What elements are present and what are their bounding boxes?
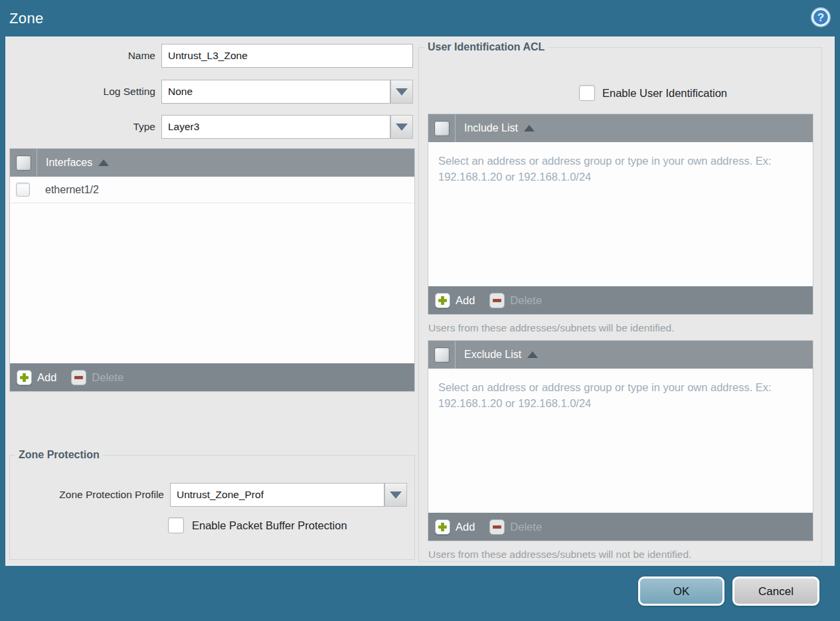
sort-asc-icon: [527, 351, 538, 358]
interfaces-table: Interfaces ethernet1/2 Add: [9, 148, 415, 392]
chevron-down-icon: [396, 124, 408, 131]
plus-icon: [17, 370, 32, 385]
header-checkbox-cell: [10, 149, 37, 177]
svg-text:?: ?: [817, 11, 824, 24]
minus-icon: [71, 370, 86, 385]
exclude-add-button[interactable]: Add: [435, 519, 475, 535]
zone-dialog: Zone ? Name Log Setting None: [0, 0, 840, 621]
delete-button[interactable]: Delete: [71, 370, 124, 385]
enable-user-identification-label: Enable User Identification: [602, 87, 727, 100]
enable-user-identification-row: Enable User Identification: [579, 85, 727, 101]
dialog-titlebar: Zone ?: [0, 0, 840, 37]
interfaces-table-toolbar: Add Delete: [10, 363, 414, 391]
exclude-list-toolbar: Add Delete: [428, 513, 813, 541]
select-all-checkbox[interactable]: [16, 155, 31, 171]
sort-asc-icon: [524, 125, 535, 132]
exclude-list-table: Exclude List Select an address or addres…: [428, 340, 813, 541]
user-identification-section: User Identification ACL Enable User Iden…: [418, 41, 822, 562]
add-button-label: Add: [456, 294, 475, 307]
zone-protection-legend: Zone Protection: [15, 449, 103, 461]
chevron-down-icon: [390, 491, 402, 499]
zone-protection-profile-value[interactable]: Untrust_Zone_Prof: [170, 483, 384, 507]
zone-protection-profile-label: Zone Protection Profile: [10, 489, 164, 501]
include-list-body: Select an address or address group or ty…: [428, 142, 813, 286]
add-button-label: Add: [456, 521, 475, 533]
name-row: Name: [5, 44, 418, 68]
interfaces-column-header[interactable]: Interfaces: [46, 157, 92, 169]
exclude-list-column-header[interactable]: Exclude List: [464, 349, 521, 361]
header-checkbox-cell: [428, 341, 456, 369]
include-list-column-header[interactable]: Include List: [464, 122, 518, 134]
packet-buffer-row: Enable Packet Buffer Protection: [168, 517, 347, 533]
interfaces-table-body: ethernet1/2: [10, 177, 414, 363]
add-button[interactable]: Add: [17, 370, 56, 385]
exclude-list-body: Select an address or address group or ty…: [428, 369, 813, 513]
include-list-table: Include List Select an address or addres…: [428, 114, 813, 315]
cancel-button[interactable]: Cancel: [732, 577, 819, 606]
include-list-header[interactable]: Include List: [428, 114, 813, 142]
type-select[interactable]: Layer3: [161, 115, 413, 139]
log-setting-label: Log Setting: [5, 86, 155, 98]
log-setting-select[interactable]: None: [161, 80, 413, 104]
include-list-placeholder: Select an address or address group or ty…: [428, 142, 813, 185]
name-input[interactable]: [161, 44, 413, 68]
dialog-title: Zone: [9, 10, 44, 27]
table-row[interactable]: ethernet1/2: [10, 177, 414, 203]
name-label: Name: [5, 50, 155, 62]
header-checkbox-cell: [428, 114, 456, 142]
packet-buffer-label: Enable Packet Buffer Protection: [192, 519, 347, 532]
dialog-body: Name Log Setting None Type Layer3: [5, 37, 835, 566]
delete-button-label: Delete: [92, 371, 124, 384]
include-list-note: Users from these addresses/subnets will …: [428, 322, 674, 334]
include-delete-button[interactable]: Delete: [489, 293, 542, 308]
exclude-delete-button[interactable]: Delete: [489, 519, 542, 535]
type-dropdown-button[interactable]: [390, 115, 413, 139]
enable-user-identification-checkbox[interactable]: [579, 85, 595, 101]
exclude-list-placeholder: Select an address or address group or ty…: [428, 369, 813, 412]
include-list-toolbar: Add Delete: [428, 286, 813, 314]
log-setting-row: Log Setting None: [5, 80, 418, 104]
include-add-button[interactable]: Add: [435, 293, 475, 308]
add-button-label: Add: [37, 371, 56, 384]
type-label: Type: [5, 121, 155, 133]
row-checkbox[interactable]: [16, 183, 30, 197]
user-identification-legend: User Identification ACL: [424, 41, 548, 53]
interface-name: ethernet1/2: [45, 184, 99, 196]
exclude-select-all-checkbox[interactable]: [434, 347, 450, 363]
zone-protection-profile-dropdown-button[interactable]: [384, 483, 407, 507]
type-value[interactable]: Layer3: [161, 115, 390, 139]
interfaces-table-header[interactable]: Interfaces: [10, 149, 414, 177]
exclude-list-header[interactable]: Exclude List: [428, 341, 813, 369]
exclude-list-note: Users from these addresses/subnets will …: [428, 549, 691, 561]
plus-icon: [435, 293, 450, 308]
log-setting-value[interactable]: None: [161, 80, 390, 104]
zone-protection-section: Zone Protection Zone Protection Profile …: [9, 449, 415, 560]
minus-icon: [489, 519, 505, 535]
delete-button-label: Delete: [510, 294, 542, 307]
type-row: Type Layer3: [5, 115, 418, 139]
log-setting-dropdown-button[interactable]: [390, 80, 413, 104]
zone-protection-profile-row: Zone Protection Profile Untrust_Zone_Pro…: [10, 483, 414, 507]
packet-buffer-checkbox[interactable]: [168, 517, 184, 533]
question-mark-icon[interactable]: ?: [810, 7, 831, 28]
chevron-down-icon: [396, 88, 408, 96]
delete-button-label: Delete: [510, 521, 542, 533]
ok-button[interactable]: OK: [638, 577, 724, 606]
include-select-all-checkbox[interactable]: [434, 121, 450, 136]
minus-icon: [489, 293, 505, 308]
zone-protection-profile-select[interactable]: Untrust_Zone_Prof: [170, 483, 407, 507]
plus-icon: [435, 519, 450, 535]
sort-asc-icon: [98, 159, 109, 166]
